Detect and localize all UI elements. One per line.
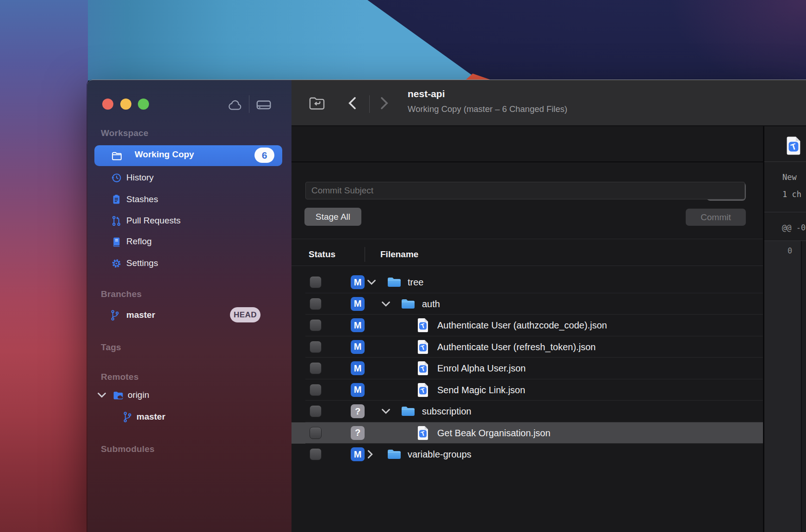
app-window: WorkspaceWorking Copy6HistoryStashesPull… [87, 80, 806, 532]
toolbar-divider [249, 95, 249, 113]
file-icon: T [417, 340, 429, 354]
sidebar-item-reflog[interactable]: Reflog [87, 231, 291, 252]
status-badge: M [351, 275, 365, 289]
status-badge: M [351, 383, 365, 397]
table-row[interactable]: ?subscription [291, 401, 763, 422]
status-badge: M [351, 297, 365, 311]
file-icon: T [417, 361, 429, 376]
status-badge: M [351, 318, 365, 332]
status-badge: M [351, 361, 365, 375]
changed-count-badge: 6 [254, 148, 274, 163]
minimize-button[interactable] [120, 99, 131, 110]
panel-divider-line [764, 161, 806, 162]
chevron-down-icon[interactable] [97, 392, 106, 398]
table-row[interactable]: Mauth [291, 293, 763, 315]
sidebar-item-settings[interactable]: Settings [87, 253, 291, 274]
stage-checkbox[interactable] [310, 298, 322, 310]
sidebar-item-label: Stashes [126, 194, 158, 204]
folder-cloud-icon [112, 390, 124, 401]
column-header-filename[interactable]: Filename [380, 249, 418, 260]
commit-subject-input[interactable] [305, 182, 745, 199]
stage-checkbox[interactable] [310, 405, 322, 417]
filename-label: tree [408, 277, 423, 288]
status-badge: M [351, 340, 365, 354]
stage-checkbox[interactable] [310, 319, 322, 331]
sidebar-item-history[interactable]: History [87, 167, 291, 188]
branch-icon [111, 309, 119, 321]
table-row[interactable]: MTAuthenticate User (authzcode_code).jso… [291, 315, 763, 336]
sidebar-item-working-copy[interactable]: Working Copy6 [94, 145, 282, 166]
chevron-down-icon[interactable] [381, 301, 391, 307]
sidebar-item-master[interactable]: master [87, 304, 291, 326]
table-row[interactable]: Mtree [291, 272, 763, 293]
cloud-icon[interactable] [227, 99, 243, 113]
chevron-down-icon[interactable] [367, 279, 376, 285]
table-row[interactable]: MTSend Magic Link.json [291, 379, 763, 401]
table-row[interactable]: MTEnrol Alpha User.json [291, 358, 763, 379]
screen: WorkspaceWorking Copy6HistoryStashesPull… [0, 0, 806, 532]
filename-label: auth [422, 298, 440, 309]
sidebar-item-label: master [136, 412, 165, 422]
sidebar-item-label: Working Copy [135, 149, 194, 160]
close-button[interactable] [102, 99, 113, 110]
file-icon: T [417, 318, 429, 333]
sidebar-header-remotes: Remotes [101, 372, 139, 382]
sidebar-item-label: Reflog [126, 236, 152, 247]
filename-label: Authenticate User (refresh_token).json [437, 341, 595, 352]
sidebar-item-pull-requests[interactable]: Pull Requests [87, 210, 291, 231]
chevron-down-icon[interactable] [381, 408, 391, 414]
diff-panel: T New 1 ch @@ -0 0 [764, 126, 806, 532]
zoom-button[interactable] [138, 99, 149, 110]
table-row[interactable]: MTAuthenticate User (refresh_token).json [291, 336, 763, 358]
panel-divider-line [764, 212, 806, 212]
drive-icon[interactable] [255, 98, 272, 113]
file-icon: T [417, 426, 429, 440]
stage-all-button[interactable]: Stage All [304, 208, 361, 226]
head-badge: HEAD [230, 307, 260, 322]
diff-line-number: 0 [787, 246, 792, 255]
nav-divider [369, 95, 370, 113]
commit-button[interactable]: Commit [686, 209, 746, 226]
sidebar-item-master-remote[interactable]: master [87, 406, 291, 427]
sidebar-item-label: origin [128, 390, 149, 400]
folder-open-icon [111, 150, 123, 163]
section-divider [291, 239, 763, 239]
file-type-icon: T [786, 136, 801, 157]
folder-icon [401, 298, 415, 310]
sidebar-item-stashes[interactable]: Stashes [87, 189, 291, 210]
stage-checkbox[interactable] [310, 384, 322, 396]
stage-checkbox[interactable] [310, 427, 322, 439]
status-badge: M [351, 447, 365, 461]
chevron-right-icon[interactable] [367, 450, 373, 459]
gutter-divider [801, 241, 802, 532]
table-row[interactable]: Mvariable-groups [291, 444, 763, 465]
filename-label: subscription [422, 406, 471, 417]
stage-checkbox[interactable] [310, 448, 322, 460]
forward-button[interactable] [379, 96, 390, 112]
folder-icon [401, 405, 415, 417]
filename-label: variable-groups [408, 449, 471, 460]
sidebar-item-label: Settings [126, 258, 158, 268]
gear-icon [111, 258, 122, 269]
stage-checkbox[interactable] [310, 341, 322, 353]
status-badge: ? [351, 404, 365, 418]
diff-status-label: New [782, 173, 797, 182]
column-header-status[interactable]: Status [309, 249, 335, 260]
stage-checkbox[interactable] [310, 362, 322, 374]
stage-checkbox[interactable] [310, 276, 322, 288]
branch-bar: master > origin/master [291, 126, 806, 162]
pull-request-icon [111, 215, 122, 227]
column-divider[interactable] [365, 247, 365, 262]
page-subtitle: Working Copy (master – 6 Changed Files) [408, 104, 567, 114]
file-icon: T [417, 383, 429, 397]
sidebar-item-origin[interactable]: origin [87, 384, 291, 406]
wallpaper-left-strip [0, 0, 88, 532]
filename-label: Enrol Alpha User.json [437, 363, 526, 374]
sidebar-item-label: History [126, 173, 154, 183]
back-button[interactable] [347, 96, 357, 112]
repo-return-icon[interactable] [308, 95, 326, 112]
sidebar-header-tags: Tags [101, 342, 121, 353]
reflog-icon [111, 236, 122, 247]
table-row[interactable]: ?TGet Beak Organisation.json [291, 422, 763, 444]
folder-icon [387, 276, 402, 288]
